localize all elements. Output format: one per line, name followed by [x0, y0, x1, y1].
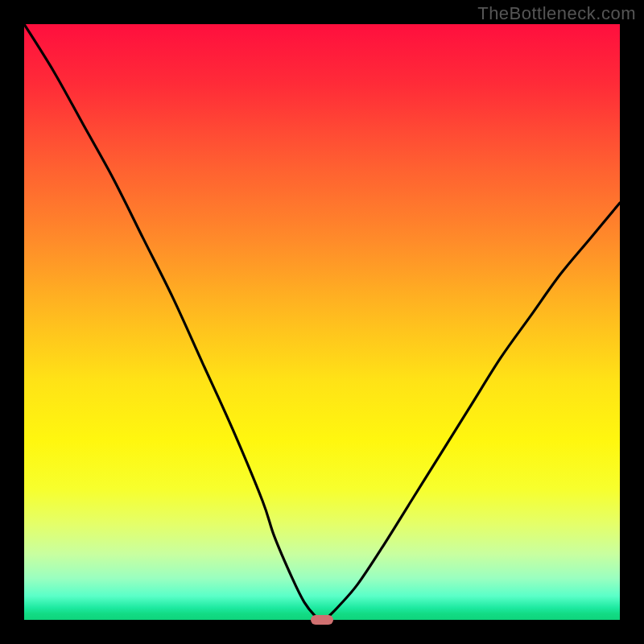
chart-frame: TheBottleneck.com: [0, 0, 644, 644]
watermark-text: TheBottleneck.com: [477, 3, 636, 24]
min-marker-icon: [311, 615, 333, 625]
curve-svg: [24, 24, 620, 620]
bottleneck-curve: [24, 24, 620, 620]
plot-area: [24, 24, 620, 620]
